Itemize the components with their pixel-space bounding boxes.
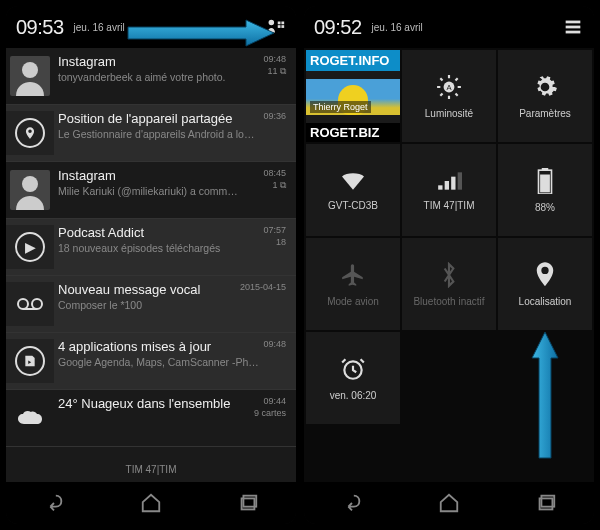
notification-title: Podcast Addict — [58, 225, 259, 240]
bluetooth-icon — [439, 262, 459, 288]
svg-point-5 — [22, 62, 38, 78]
notification-title: 4 applications mises à jour — [58, 339, 259, 354]
tile-label: Mode avion — [327, 296, 379, 307]
bluetooth-tile[interactable]: Bluetooth inactif — [402, 238, 496, 330]
annotation-arrow-up — [530, 330, 560, 464]
svg-rect-14 — [566, 31, 581, 34]
notification-item[interactable]: Instagramtonyvanderbeek a aimé votre pho… — [6, 48, 296, 105]
notification-time: 09:48 — [259, 339, 286, 349]
tile-label: Bluetooth inactif — [413, 296, 484, 307]
gear-icon — [532, 74, 558, 100]
airplane-tile[interactable]: Mode avion — [306, 238, 400, 330]
tile-label: Paramètres — [519, 108, 571, 119]
airplane-icon — [340, 262, 366, 288]
battery-tile[interactable]: 88% — [498, 144, 592, 236]
profile-tile[interactable]: ROGET.INFO Thierry Roget ROGET.BIZ — [306, 50, 400, 142]
profile-bot-text: ROGET.BIZ — [306, 123, 400, 142]
notification-item[interactable]: InstagramMilie Kariuki (@miliekariuki) a… — [6, 162, 296, 219]
notification-title: Instagram — [58, 54, 259, 69]
notification-title: 24° Nuageux dans l'ensemble — [58, 396, 254, 411]
avatar-icon — [10, 56, 50, 96]
notification-subtitle: tonyvanderbeek a aimé votre photo. — [58, 71, 259, 83]
notification-item[interactable]: 24° Nuageux dans l'ensemble 09:449 carte… — [6, 390, 296, 447]
home-button[interactable] — [429, 488, 469, 518]
tile-label: 88% — [535, 202, 555, 213]
wifi-icon — [339, 170, 367, 192]
tile-label: ven. 06:20 — [330, 390, 377, 401]
notification-title: Instagram — [58, 168, 259, 183]
clock: 09:53 — [16, 16, 64, 39]
svg-rect-4 — [281, 25, 284, 28]
profile-top-text: ROGET.INFO — [306, 50, 400, 71]
empty-tile — [402, 332, 496, 424]
notification-item[interactable]: 4 applications mises à jourGoogle Agenda… — [6, 333, 296, 390]
notification-item[interactable]: ▶ Podcast Addict18 nouveaux épisodes tél… — [6, 219, 296, 276]
signal-tile[interactable]: TIM 47|TIM — [402, 144, 496, 236]
svg-rect-3 — [278, 25, 281, 28]
svg-point-6 — [22, 176, 38, 192]
brightness-icon: A — [436, 74, 462, 100]
signal-icon — [436, 170, 462, 192]
notification-item[interactable]: Position de l'appareil partagéeLe Gestio… — [6, 105, 296, 162]
svg-line-23 — [456, 78, 458, 80]
svg-rect-31 — [540, 174, 550, 192]
notifications-toggle-icon[interactable] — [562, 16, 584, 38]
notification-title: Nouveau message vocal — [58, 282, 236, 297]
profile-name: Thierry Roget — [310, 101, 371, 113]
svg-rect-26 — [445, 181, 449, 190]
annotation-arrow-right — [126, 18, 276, 52]
notification-subtitle: 18 nouveaux épisodes téléchargés — [58, 242, 259, 254]
notification-time: 09:48 — [259, 54, 286, 64]
cloud-icon — [6, 396, 54, 440]
nav-bar — [304, 482, 594, 524]
svg-rect-12 — [566, 21, 581, 24]
notification-time: 09:36 — [259, 111, 286, 121]
svg-rect-28 — [458, 172, 462, 189]
notification-time: 2015-04-15 — [236, 282, 286, 292]
settings-tile[interactable]: Paramètres — [498, 50, 592, 142]
notification-item[interactable]: Nouveau message vocalComposer le *100 20… — [6, 276, 296, 333]
status-bar: 09:52 jeu. 16 avril — [304, 6, 594, 48]
recents-button[interactable] — [228, 488, 268, 518]
tile-label: Luminosité — [425, 108, 473, 119]
alarm-tile[interactable]: ven. 06:20 — [306, 332, 400, 424]
clock: 09:52 — [314, 16, 362, 39]
svg-point-8 — [32, 299, 42, 309]
notification-subtitle: Composer le *100 — [58, 299, 236, 311]
notification-subtitle: Google Agenda, Maps, CamScanner -Phon… — [58, 356, 259, 368]
location-pin-icon — [6, 111, 54, 155]
notification-time: 09:44 — [254, 396, 286, 406]
home-button[interactable] — [131, 488, 171, 518]
notification-extra: 1 ⧉ — [259, 180, 286, 191]
notification-subtitle: Le Gestionnaire d'appareils Android a lo… — [58, 128, 259, 140]
tile-label: TIM 47|TIM — [424, 200, 475, 211]
svg-rect-25 — [438, 185, 442, 189]
tile-label: GVT-CD3B — [328, 200, 378, 211]
svg-line-21 — [456, 93, 458, 95]
podcast-icon: ▶ — [6, 225, 54, 269]
phone-left-notification-shade: 09:53 jeu. 16 avril Instagramtonyvanderb… — [6, 6, 296, 524]
phone-right-quick-settings: 09:52 jeu. 16 avril ROGET.INFO Thierry R… — [304, 6, 594, 524]
alarm-icon — [340, 356, 366, 382]
svg-rect-1 — [278, 22, 281, 25]
back-button[interactable] — [332, 488, 372, 518]
svg-line-20 — [440, 78, 442, 80]
svg-line-22 — [440, 93, 442, 95]
back-button[interactable] — [34, 488, 74, 518]
date: jeu. 16 avril — [74, 22, 125, 33]
notification-time: 08:45 — [259, 168, 286, 178]
brightness-tile[interactable]: A Luminosité — [402, 50, 496, 142]
svg-rect-27 — [451, 176, 455, 189]
notification-title: Position de l'appareil partagée — [58, 111, 259, 126]
recents-button[interactable] — [526, 488, 566, 518]
notification-extra: 11 ⧉ — [259, 66, 286, 77]
tile-label: Localisation — [519, 296, 572, 307]
carrier-footer: TIM 47|TIM — [6, 456, 296, 482]
notification-extra: 18 — [259, 237, 286, 247]
location-icon — [534, 262, 556, 288]
wifi-tile[interactable]: GVT-CD3B — [306, 144, 400, 236]
notification-extra: 9 cartes — [254, 408, 286, 418]
avatar-icon — [10, 170, 50, 210]
voicemail-icon — [6, 282, 54, 326]
location-tile[interactable]: Localisation — [498, 238, 592, 330]
